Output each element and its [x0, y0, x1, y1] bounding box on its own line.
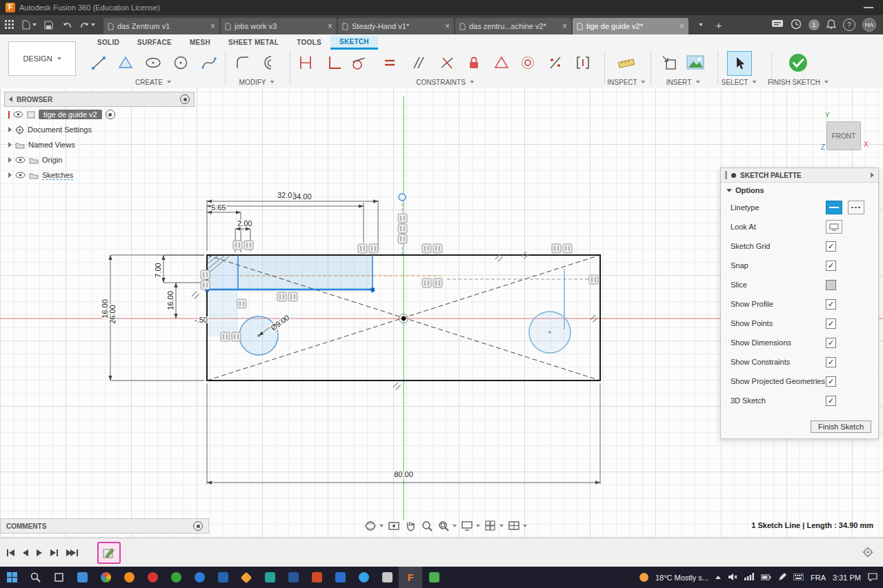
tangent-constraint-icon[interactable] [347, 51, 370, 74]
dim-diameter[interactable]: Ø9.00 [269, 313, 290, 332]
expand-arrow-icon[interactable] [8, 142, 12, 148]
dim-5-65[interactable]: 5.65 [211, 203, 226, 212]
timeline-sketch-feature[interactable] [97, 542, 121, 564]
linetype-construction-icon[interactable] [848, 201, 864, 214]
group-modify[interactable]: MODIFY [239, 77, 275, 87]
comments-options-icon[interactable] [193, 521, 203, 531]
save-icon[interactable] [40, 18, 57, 32]
document-tab[interactable]: jobs work v3 × [221, 18, 337, 34]
activate-component-radio[interactable] [106, 110, 115, 119]
taskbar-app-icon[interactable] [258, 567, 281, 588]
visibility-eye-icon[interactable] [15, 156, 26, 163]
clock-time[interactable]: 3:31 PM [833, 574, 861, 582]
document-tab-active[interactable]: tige de guide v2* × [573, 18, 688, 34]
dim-80-00[interactable]: 80.00 [394, 470, 413, 478]
dim-small[interactable]: -.50 [195, 316, 208, 324]
close-tab-icon[interactable]: × [445, 21, 450, 31]
close-tab-icon[interactable]: × [562, 21, 567, 31]
step-back-button[interactable] [23, 549, 28, 556]
origin-point[interactable] [401, 316, 406, 321]
visibility-eye-icon[interactable] [15, 172, 26, 179]
taskbar-app-icon[interactable] [164, 567, 188, 588]
keyboard-icon[interactable] [793, 574, 804, 582]
taskbar-app-icon[interactable] [352, 567, 375, 588]
browser-row-sketches[interactable]: Sketches [4, 168, 195, 183]
viewcube-front-face[interactable]: FRONT [826, 121, 861, 150]
tab-mesh[interactable]: MESH [181, 36, 219, 50]
taskbar-app-icon[interactable] [70, 567, 94, 588]
zoom-window-icon[interactable] [437, 520, 457, 532]
viewports-icon[interactable] [508, 520, 527, 531]
pan-icon[interactable] [404, 520, 417, 532]
perpendicular-constraint-icon[interactable] [435, 51, 459, 74]
help-icon[interactable]: ? [843, 19, 855, 31]
dim-26-00-left[interactable]: 26.00 [108, 305, 117, 324]
dimension-lines[interactable] [110, 200, 600, 484]
model-canvas[interactable]: 32.00 34.00 5.65 2.00 7.00 16.00 16.00 2… [0, 88, 883, 538]
group-finish-sketch[interactable]: FINISH SKETCH [768, 77, 829, 87]
weather-text[interactable]: 18°C Mostly s... [655, 574, 708, 582]
profile-fill[interactable] [207, 255, 373, 290]
task-view-icon[interactable] [47, 567, 70, 588]
step-forward-button[interactable] [50, 549, 58, 556]
3d-sketch-checkbox[interactable]: ✓ [826, 396, 836, 406]
battery-icon[interactable] [761, 574, 771, 582]
horizontal-vertical-constraint-icon[interactable] [323, 51, 346, 74]
visibility-eye-icon[interactable] [13, 111, 23, 118]
line-tool-icon[interactable] [87, 51, 110, 74]
root-component-name[interactable]: tige de guide v2 [39, 110, 102, 119]
display-settings-icon[interactable] [461, 520, 480, 531]
document-tab[interactable]: Steady-Hand v1* × [338, 18, 454, 34]
circle-tool-icon[interactable] [169, 51, 192, 74]
show-constraints-checkbox[interactable]: ✓ [826, 357, 836, 367]
group-create[interactable]: CREATE [135, 77, 171, 87]
show-dimensions-checkbox[interactable]: ✓ [826, 338, 836, 348]
dim-34[interactable]: 34.00 [292, 192, 312, 201]
drag-grip-icon[interactable] [725, 171, 727, 179]
select-tool-icon[interactable] [727, 51, 752, 76]
parallel-constraint-icon[interactable] [406, 51, 429, 74]
pen-icon[interactable] [778, 573, 786, 582]
search-icon[interactable] [23, 567, 47, 588]
language-indicator[interactable]: FRA [811, 574, 826, 582]
taskbar-app-icon[interactable] [188, 567, 211, 588]
options-section-header[interactable]: Options [721, 183, 878, 198]
close-tab-icon[interactable]: × [328, 21, 333, 31]
concentric-constraint-icon[interactable] [516, 51, 539, 74]
timeline-settings-gear-icon[interactable] [862, 547, 873, 559]
tab-surface[interactable]: SURFACE [128, 36, 181, 50]
browser-header[interactable]: BROWSER [4, 92, 195, 107]
collapse-right-icon[interactable] [871, 172, 874, 178]
taskbar-app-icon[interactable] [422, 567, 446, 588]
user-avatar[interactable]: HA [862, 18, 876, 32]
taskbar-app-icon[interactable] [141, 567, 164, 588]
expand-arrow-icon[interactable] [8, 172, 12, 178]
show-points-checkbox[interactable]: ✓ [826, 318, 836, 329]
redo-icon[interactable] [79, 18, 95, 32]
finish-sketch-button[interactable]: Finish Sketch [811, 420, 871, 433]
fix-constraint-icon[interactable] [462, 51, 486, 74]
symmetry-constraint-icon[interactable] [544, 51, 567, 74]
dim-16-00-inner[interactable]: 16.00 [166, 291, 175, 310]
taskbar-app-icon[interactable] [375, 567, 399, 588]
browser-row-document-settings[interactable]: Document Settings [4, 122, 195, 137]
profile-fill[interactable] [207, 290, 238, 336]
measure-tool-icon[interactable] [615, 51, 638, 74]
finish-sketch-icon[interactable] [786, 51, 810, 74]
job-status-icon[interactable] [791, 19, 802, 31]
expand-arrow-icon[interactable] [8, 157, 12, 163]
tab-sheet-metal[interactable]: SHEET METAL [219, 36, 288, 50]
ellipse-tool-icon[interactable] [141, 51, 165, 74]
tab-tools[interactable]: TOOLS [288, 36, 330, 50]
bell-icon[interactable] [826, 19, 836, 31]
app-grid-icon[interactable] [1, 18, 18, 32]
skip-to-start-button[interactable] [7, 549, 14, 556]
collapse-left-icon[interactable] [9, 97, 12, 102]
show-profile-checkbox[interactable]: ✓ [826, 299, 836, 310]
polygon-tool-icon[interactable] [114, 51, 137, 74]
insert-canvas-icon[interactable] [657, 51, 681, 74]
taskbar-app-icon[interactable] [281, 567, 305, 588]
sketch-grid-checkbox[interactable]: ✓ [826, 241, 836, 252]
document-tab[interactable]: das zentru...achine v2* × [455, 18, 571, 34]
taskbar-app-icon[interactable] [328, 567, 352, 588]
